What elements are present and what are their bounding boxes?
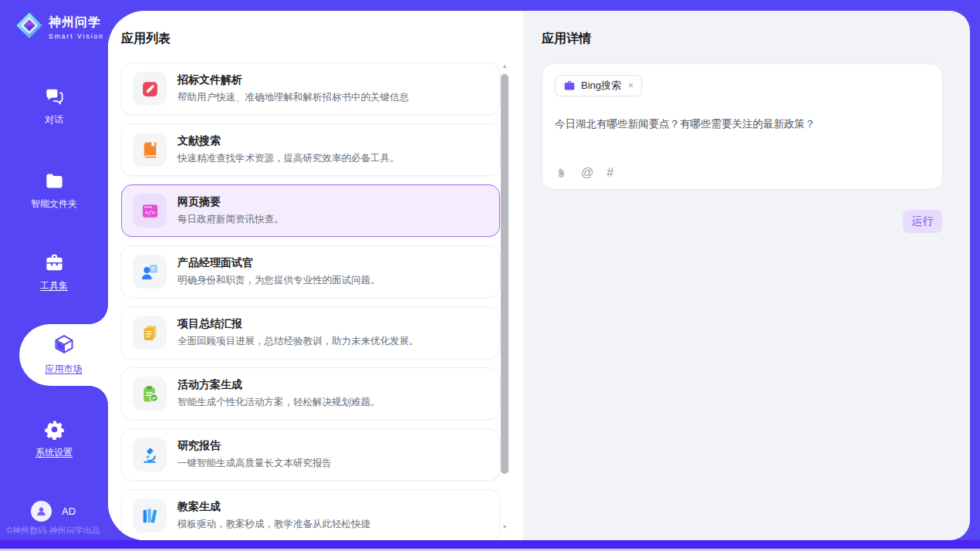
tool-tag-bing-search[interactable]: Bing搜索 × xyxy=(555,75,642,96)
app-card-title: 网页摘要 xyxy=(177,195,284,209)
microscope-icon xyxy=(133,438,167,472)
svg-text:</>: </> xyxy=(144,209,155,216)
app-detail-panel: 应用详情 Bing搜索 × 今日湖北有哪些新闻要点？有哪些需要关注的最新政策？ xyxy=(523,11,970,540)
toolbox-icon xyxy=(0,252,108,273)
sidebar-item-settings[interactable]: 系统设置 xyxy=(0,419,108,459)
sidebar-item-smart-folder[interactable]: 智能文件夹 xyxy=(0,171,108,211)
sidebar-item-label: 系统设置 xyxy=(0,446,108,459)
tool-tag-label: Bing搜索 xyxy=(581,79,621,93)
app-card-title: 产品经理面试官 xyxy=(177,256,380,270)
app-card-title: 教案生成 xyxy=(177,500,370,514)
attachment-icon[interactable] xyxy=(555,167,568,180)
app-card-desc: 模板驱动，教案秒成，教学准备从此轻松快捷 xyxy=(177,518,370,531)
user-account[interactable]: AD xyxy=(31,501,76,522)
sidebar-item-label: 工具集 xyxy=(0,279,108,292)
clipboard-check-icon xyxy=(133,377,167,411)
app-card-research-report[interactable]: 研究报告 一键智能生成高质量长文本研究报告 xyxy=(121,428,500,481)
mention-icon[interactable]: @ xyxy=(581,166,593,180)
app-card-project-summary[interactable]: 项目总结汇报 全面回顾项目进展，总结经验教训，助力未来优化发展。 xyxy=(121,306,500,359)
close-icon[interactable]: × xyxy=(628,80,634,91)
app-card-bid-parse[interactable]: 招标文件解析 帮助用户快速、准确地理解和解析招标书中的关键信息 xyxy=(121,63,500,115)
report-docs-icon xyxy=(133,316,167,350)
sidebar-item-app-market[interactable]: 应用市场 xyxy=(19,324,108,386)
app-card-desc: 一键智能生成高质量长文本研究报告 xyxy=(177,457,332,470)
run-button[interactable]: 运行 xyxy=(903,210,942,233)
scrollbar-thumb[interactable] xyxy=(501,74,509,474)
webpage-code-icon: </> xyxy=(133,194,167,228)
app-list-panel: 应用列表 招标文件解析 帮助用户快速、准确地理解和解析招标书中的关键信息 xyxy=(108,11,523,540)
edit-doc-icon xyxy=(133,72,167,106)
composer-toolbar: @ # xyxy=(555,166,613,180)
sidebar-item-label: 应用市场 xyxy=(19,363,108,376)
app-card-desc: 全面回顾项目进展，总结经验教训，助力未来优化发展。 xyxy=(177,335,419,348)
app-list-scrollbar: ▲ ▼ xyxy=(500,63,509,529)
cube-icon xyxy=(53,344,75,357)
app-card-title: 文献搜索 xyxy=(177,134,400,148)
sidebar: 神州问学 Smart Vision 对话 智能文件夹 工具集 xyxy=(0,0,108,551)
prompt-card: Bing搜索 × 今日湖北有哪些新闻要点？有哪些需要关注的最新政策？ @ # xyxy=(542,63,943,190)
diamond-logo-icon xyxy=(15,12,43,42)
books-icon xyxy=(133,499,167,532)
sidebar-item-label: 智能文件夹 xyxy=(0,198,108,211)
app-list-title: 应用列表 xyxy=(121,31,171,47)
interviewer-icon xyxy=(133,255,167,289)
app-detail-title: 应用详情 xyxy=(542,31,591,47)
prompt-input[interactable]: 今日湖北有哪些新闻要点？有哪些需要关注的最新政策？ xyxy=(555,117,930,131)
chat-icon xyxy=(0,86,108,107)
brand-logo: 神州问学 Smart Vision xyxy=(15,12,104,42)
app-card-literature-search[interactable]: 文献搜索 快速精准查找学术资源，提高研究效率的必备工具。 xyxy=(121,123,500,176)
app-card-event-plan[interactable]: 活动方案生成 智能生成个性化活动方案，轻松解决规划难题。 xyxy=(121,367,500,420)
app-card-desc: 明确身份和职责，为您提供专业性的面试问题。 xyxy=(177,274,380,287)
copyright-footer: ©神州数码·神州问学出品 xyxy=(6,525,100,536)
book-icon xyxy=(133,133,167,167)
main-content: 应用列表 招标文件解析 帮助用户快速、准确地理解和解析招标书中的关键信息 xyxy=(108,11,970,540)
app-card-title: 活动方案生成 xyxy=(177,378,380,392)
scroll-up-arrow-icon[interactable]: ▲ xyxy=(500,63,509,69)
scroll-down-arrow-icon[interactable]: ▼ xyxy=(500,524,509,529)
sidebar-item-toolset[interactable]: 工具集 xyxy=(0,252,108,292)
briefcase-icon xyxy=(563,79,576,92)
brand-subtitle: Smart Vision xyxy=(49,32,104,40)
app-card-web-summary[interactable]: </> 网页摘要 每日政府新闻资讯快查。 xyxy=(121,184,500,237)
app-card-desc: 每日政府新闻资讯快查。 xyxy=(177,213,284,226)
app-card-lesson-plan[interactable]: 教案生成 模板驱动，教案秒成，教学准备从此轻松快捷 xyxy=(121,489,500,540)
app-card-title: 招标文件解析 xyxy=(177,73,409,87)
sidebar-item-label: 对话 xyxy=(0,113,108,127)
app-card-desc: 帮助用户快速、准确地理解和解析招标书中的关键信息 xyxy=(177,91,409,104)
user-name: AD xyxy=(62,505,76,517)
app-list: 招标文件解析 帮助用户快速、准确地理解和解析招标书中的关键信息 文献搜索 快速精… xyxy=(121,63,500,540)
app-card-desc: 智能生成个性化活动方案，轻松解决规划难题。 xyxy=(177,396,380,409)
avatar xyxy=(31,501,52,522)
bottom-frame-strip xyxy=(0,540,980,549)
app-card-title: 项目总结汇报 xyxy=(177,317,419,331)
sidebar-item-chat[interactable]: 对话 xyxy=(0,86,108,127)
gear-icon xyxy=(0,419,108,440)
app-card-title: 研究报告 xyxy=(177,439,332,453)
brand-name: 神州问学 xyxy=(49,15,104,31)
app-card-desc: 快速精准查找学术资源，提高研究效率的必备工具。 xyxy=(177,152,400,165)
hash-icon[interactable]: # xyxy=(607,166,613,180)
folder-icon xyxy=(0,171,108,191)
app-card-pm-interviewer[interactable]: 产品经理面试官 明确身份和职责，为您提供专业性的面试问题。 xyxy=(121,245,500,298)
